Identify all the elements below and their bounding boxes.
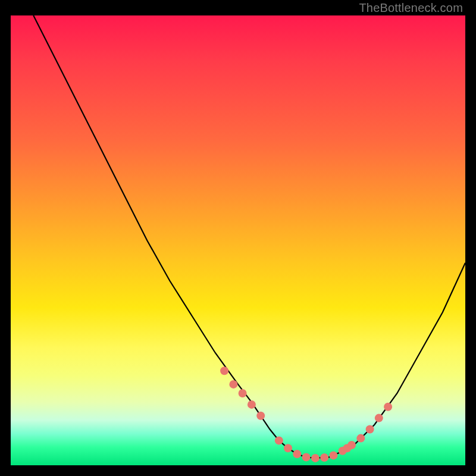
dot-marker bbox=[293, 450, 301, 458]
dot-marker bbox=[366, 425, 374, 434]
bottleneck-curve bbox=[33, 15, 465, 458]
dot-marker bbox=[239, 389, 247, 397]
dot-markers-group bbox=[220, 367, 392, 462]
dot-marker bbox=[356, 434, 365, 443]
chart-frame: TheBottleneck.com bbox=[11, 0, 465, 465]
dot-marker bbox=[347, 441, 356, 449]
dot-marker bbox=[256, 412, 265, 420]
dot-marker bbox=[302, 453, 311, 461]
dot-marker bbox=[384, 403, 392, 411]
curve-group bbox=[33, 15, 465, 458]
dot-marker bbox=[375, 414, 383, 422]
dot-marker bbox=[248, 400, 256, 409]
dot-marker bbox=[275, 436, 283, 444]
watermark-text: TheBottleneck.com bbox=[359, 1, 463, 15]
dot-marker bbox=[320, 453, 328, 462]
dot-marker bbox=[229, 380, 237, 389]
dot-marker bbox=[329, 451, 337, 459]
dot-marker bbox=[220, 367, 228, 375]
chart-svg bbox=[11, 15, 465, 465]
dot-marker bbox=[311, 454, 320, 462]
dot-marker bbox=[284, 444, 292, 452]
